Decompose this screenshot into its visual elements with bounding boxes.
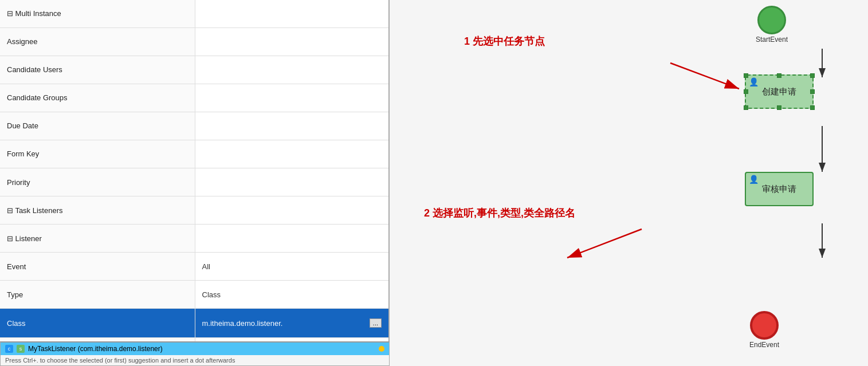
- end-circle: [750, 311, 779, 340]
- prop-row-event[interactable]: EventAll: [0, 253, 388, 281]
- properties-panel: Edit ⊟ Multi InstanceAssigneeCandidate U…: [0, 0, 390, 366]
- task-user-icon-2: 👤: [749, 175, 759, 184]
- prop-label-due-date: Due Date: [0, 112, 195, 140]
- prop-value-form-key: [195, 140, 388, 168]
- prop-row-form-key[interactable]: Form Key: [0, 140, 388, 168]
- start-circle: [757, 6, 786, 34]
- handle-tm: [777, 73, 781, 78]
- prop-value-listener: [195, 225, 388, 253]
- prop-value-candidate-users: [195, 56, 388, 84]
- handle-lm: [744, 89, 748, 94]
- s-icon: s: [17, 345, 25, 353]
- end-event-label: EndEvent: [749, 341, 779, 349]
- prop-label-candidate-groups: Candidate Groups: [0, 84, 195, 112]
- prop-value-type[interactable]: Class: [195, 281, 388, 309]
- autocomplete-item[interactable]: c s MyTaskListener (com.itheima.demo.lis…: [1, 343, 389, 355]
- prop-label-type: Type: [0, 281, 195, 309]
- prop-row-due-date[interactable]: Due Date: [0, 112, 388, 140]
- prop-label-candidate-users: Candidate Users: [0, 56, 195, 84]
- prop-row-assignee[interactable]: Assignee: [0, 27, 388, 56]
- autocomplete-dot: [379, 346, 384, 352]
- prop-row-type[interactable]: TypeClass: [0, 281, 388, 309]
- task-user-icon: 👤: [749, 77, 759, 86]
- end-event[interactable]: EndEvent: [749, 311, 779, 349]
- task-review-label: 审核申请: [762, 184, 796, 195]
- autocomplete-item-label: MyTaskListener (com.itheima.demo.listene…: [28, 345, 163, 353]
- prop-label-multi-instance: ⊟ Multi Instance: [0, 0, 195, 27]
- task-create[interactable]: 👤 创建申请: [745, 74, 814, 109]
- start-event-label: StartEvent: [756, 36, 788, 44]
- prop-row-task-listeners[interactable]: ⊟ Task Listeners: [0, 196, 388, 225]
- class-icon: c: [5, 345, 13, 353]
- task-create-box[interactable]: 👤 创建申请: [745, 74, 814, 109]
- prop-label-listener: ⊟ Listener: [0, 225, 195, 253]
- prop-value-multi-instance: [195, 0, 388, 27]
- prop-value-assignee: [195, 27, 388, 56]
- prop-value-due-date: [195, 112, 388, 140]
- autocomplete-dropdown: c s MyTaskListener (com.itheima.demo.lis…: [0, 341, 390, 366]
- prop-value-priority: [195, 168, 388, 196]
- prop-label-form-key: Form Key: [0, 140, 195, 168]
- start-event[interactable]: StartEvent: [756, 6, 788, 44]
- prop-label-task-listeners: ⊟ Task Listeners: [0, 196, 195, 225]
- prop-row-candidate-groups[interactable]: Candidate Groups: [0, 84, 388, 112]
- prop-row-candidate-users[interactable]: Candidate Users: [0, 56, 388, 84]
- prop-row-listener[interactable]: ⊟ Listener: [0, 225, 388, 253]
- ellipsis-button-class[interactable]: ...: [370, 318, 382, 328]
- prop-row-class[interactable]: Classm.itheima.demo.listener....: [0, 309, 388, 338]
- task-review[interactable]: 👤 审核申请: [745, 172, 814, 207]
- prop-row-multi-instance[interactable]: ⊟ Multi Instance: [0, 0, 388, 27]
- task-review-box[interactable]: 👤 审核申请: [745, 172, 814, 206]
- prop-value-class[interactable]: m.itheima.demo.listener....: [195, 309, 388, 338]
- prop-value-event[interactable]: All: [195, 253, 388, 281]
- task-create-label: 创建申请: [762, 86, 796, 97]
- autocomplete-hint: Press Ctrl+. to choose the selected (or …: [1, 355, 389, 365]
- prop-row-priority[interactable]: Priority: [0, 168, 388, 196]
- prop-value-candidate-groups: [195, 84, 388, 112]
- prop-label-class: Class: [0, 309, 195, 338]
- prop-label-event: Event: [0, 253, 195, 281]
- diagram-panel: 1 先选中任务节点 2 选择监听,事件,类型,类全路径名 StartEvent: [390, 0, 868, 366]
- prop-value-task-listeners: [195, 196, 388, 225]
- handle-tl: [744, 73, 748, 78]
- prop-label-assignee: Assignee: [0, 27, 195, 56]
- prop-label-priority: Priority: [0, 168, 195, 196]
- properties-table: ⊟ Multi InstanceAssigneeCandidate UsersC…: [0, 0, 388, 366]
